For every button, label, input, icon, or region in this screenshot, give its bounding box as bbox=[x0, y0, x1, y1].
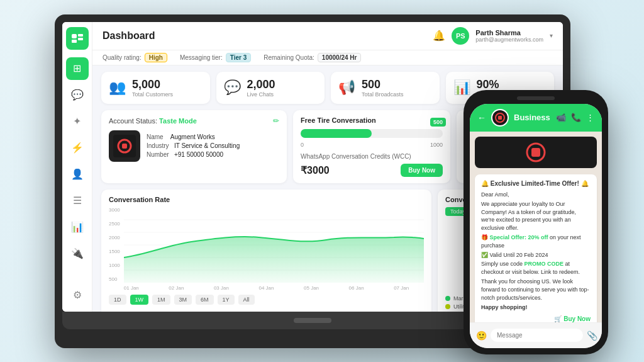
phone-notch bbox=[517, 96, 555, 100]
phone-screen: ← Business 📹 📞 ⋮ bbox=[470, 104, 602, 348]
progress-bar-fill bbox=[301, 129, 372, 138]
sidebar-item-automation[interactable]: ⚡ bbox=[66, 137, 89, 159]
sidebar-item-dashboard[interactable]: ⊞ bbox=[66, 57, 89, 80]
period-btn-1w[interactable]: 1W bbox=[130, 295, 149, 305]
y-label-1000: 1000 bbox=[109, 263, 120, 268]
stat-broadcasts-value: 500 bbox=[362, 78, 404, 91]
progress-max-label: 1000 bbox=[430, 142, 443, 148]
phone-contact-avatar bbox=[491, 109, 509, 127]
sidebar-logo bbox=[66, 27, 89, 50]
edit-icon[interactable]: ✏ bbox=[273, 116, 279, 125]
remaining-quota-badge: 10000/24 Hr bbox=[318, 53, 362, 62]
y-label-1500: 1500 bbox=[109, 249, 120, 254]
messaging-tier-label: Messaging tier: bbox=[180, 54, 223, 61]
y-label-500: 500 bbox=[109, 276, 120, 282]
body1: We appreciate your loyalty to Our Compan… bbox=[481, 200, 591, 232]
phone-back-icon[interactable]: ← bbox=[477, 113, 486, 123]
y-label-2500: 2500 bbox=[109, 221, 120, 227]
stat-livechats-label: Live Chats bbox=[247, 91, 275, 98]
stat-card-livechats: 💬 2,000 Live Chats bbox=[216, 72, 325, 104]
user-email: parth@augmentworks.com bbox=[475, 37, 543, 43]
phone-buy-now-button[interactable]: 🛒 Buy Now bbox=[481, 315, 591, 322]
stat-livechats-value: 2,000 bbox=[247, 78, 275, 91]
camera-icon[interactable]: 📷 bbox=[601, 331, 602, 341]
progress-min-label: 0 bbox=[301, 142, 304, 148]
svg-rect-1 bbox=[78, 34, 83, 37]
phone-contact-name: Business bbox=[514, 113, 551, 122]
wcc-value: ₹3000 bbox=[301, 164, 330, 176]
phone-action-icons: 📹 📞 ⋮ bbox=[556, 113, 594, 122]
account-logo bbox=[109, 130, 140, 162]
more-options-icon[interactable]: ⋮ bbox=[586, 113, 594, 122]
account-number-value: +91 50000 50000 bbox=[174, 151, 223, 158]
phone-message-bubble: 🔔 Exclusive Limited-Time Offer! 🔔 Dear A… bbox=[475, 174, 597, 322]
marketing-dot bbox=[445, 296, 450, 301]
chart-period-row: 1D 1W 1M 3M 6M 1Y All bbox=[109, 295, 424, 305]
account-name-row: Name Augment Works bbox=[147, 133, 240, 140]
chart-x-labels: 01 Jan 02 Jan 03 Jan 04 Jan 05 Jan 06 Ja… bbox=[109, 285, 424, 291]
progress-bubble: 500 bbox=[430, 118, 446, 127]
svg-rect-2 bbox=[78, 38, 83, 40]
period-btn-all[interactable]: All bbox=[238, 295, 255, 305]
account-status-value: Taste Mode bbox=[159, 117, 197, 125]
account-industry-row: Industry IT Service & Consulting bbox=[147, 142, 240, 149]
quality-bar: Quality rating: High Messaging tier: Tie… bbox=[92, 50, 563, 65]
customers-icon: 👥 bbox=[109, 79, 126, 96]
period-btn-1m[interactable]: 1M bbox=[152, 295, 170, 305]
header: Dashboard 🔔 PS Parth Sharma parth@augmen… bbox=[92, 22, 563, 50]
video-call-icon[interactable]: 📹 bbox=[556, 113, 566, 122]
account-status-label: Account Status: Taste Mode bbox=[109, 117, 197, 125]
laptop-shell: ⊞ 💬 ✦ ⚡ 👤 ☰ 📊 🔌 ⚙ Dashboard 🔔 bbox=[55, 14, 570, 348]
sidebar-item-analytics[interactable]: 📊 bbox=[66, 216, 89, 239]
buy-now-button[interactable]: Buy Now bbox=[401, 164, 443, 177]
chart-card: Conversation Rate 3000 2500 2000 1500 10… bbox=[101, 189, 431, 312]
stat-customers-value: 5,000 bbox=[132, 78, 173, 91]
offer-title: 🔔 Exclusive Limited-Time Offer! 🔔 bbox=[481, 179, 591, 188]
footer2: Happy shopping! bbox=[481, 303, 591, 312]
period-btn-1y[interactable]: 1Y bbox=[218, 295, 235, 305]
period-btn-1d[interactable]: 1D bbox=[109, 295, 126, 305]
account-industry-value: IT Service & Consulting bbox=[174, 142, 240, 149]
account-name-value: Augment Works bbox=[170, 133, 215, 140]
utility-dot bbox=[445, 304, 450, 309]
attachment-icon[interactable]: 📎 bbox=[587, 331, 597, 341]
chevron-down-icon[interactable]: ▾ bbox=[550, 32, 553, 39]
messaging-tier-item: Messaging tier: Tier 3 bbox=[180, 53, 251, 62]
offer-detail: 🎁 Special Offer: 20% off on your next pu… bbox=[481, 234, 591, 249]
voice-call-icon[interactable]: 📞 bbox=[571, 113, 581, 122]
period-btn-6m[interactable]: 6M bbox=[196, 295, 214, 305]
emoji-icon[interactable]: 🙂 bbox=[476, 331, 487, 341]
greeting: Dear Amol, bbox=[481, 191, 591, 199]
stat-customers-label: Total Customers bbox=[132, 91, 173, 98]
sidebar-item-templates[interactable]: ☰ bbox=[66, 189, 89, 212]
messaging-tier-badge: Tier 3 bbox=[226, 53, 252, 62]
sidebar-item-campaigns[interactable]: ✦ bbox=[66, 110, 89, 133]
svg-rect-0 bbox=[72, 34, 77, 38]
sidebar: ⊞ 💬 ✦ ⚡ 👤 ☰ 📊 🔌 ⚙ bbox=[62, 22, 92, 312]
account-number-row: Number +91 50000 50000 bbox=[147, 151, 240, 158]
sidebar-item-contacts[interactable]: 👤 bbox=[66, 163, 89, 186]
wcc-label: WhatsApp Conversation Credits (WCC) bbox=[301, 153, 443, 160]
username: Parth Sharma bbox=[475, 29, 543, 37]
livechats-icon: 💬 bbox=[224, 79, 241, 96]
phone-chat-body: 🔔 Exclusive Limited-Time Offer! 🔔 Dear A… bbox=[470, 132, 602, 322]
instructions: Simply use code PROMO CODE at checkout o… bbox=[481, 260, 591, 276]
sidebar-item-integrations[interactable]: 🔌 bbox=[66, 242, 89, 265]
avatar: PS bbox=[452, 27, 469, 45]
chart-title: Conversation Rate bbox=[109, 196, 424, 203]
chart-area bbox=[124, 207, 424, 283]
stat-card-customers: 👥 5,000 Total Customers bbox=[101, 72, 210, 104]
header-right: 🔔 PS Parth Sharma parth@augmentworks.com… bbox=[433, 27, 553, 45]
svg-rect-6 bbox=[122, 144, 127, 149]
response-icon: 📊 bbox=[453, 79, 470, 96]
phone-message-input[interactable] bbox=[491, 329, 583, 342]
sidebar-item-settings[interactable]: ⚙ bbox=[66, 284, 89, 307]
phone-logo-banner bbox=[475, 137, 597, 168]
free-tier-progress: 500 bbox=[301, 129, 443, 138]
page-title: Dashboard bbox=[103, 30, 155, 42]
y-label-2000: 2000 bbox=[109, 235, 120, 240]
notification-bell-icon[interactable]: 🔔 bbox=[433, 30, 445, 42]
sidebar-item-messages[interactable]: 💬 bbox=[66, 84, 89, 106]
footer1: Thank you for choosing US. We look forwa… bbox=[481, 278, 591, 302]
period-btn-3m[interactable]: 3M bbox=[174, 295, 192, 305]
